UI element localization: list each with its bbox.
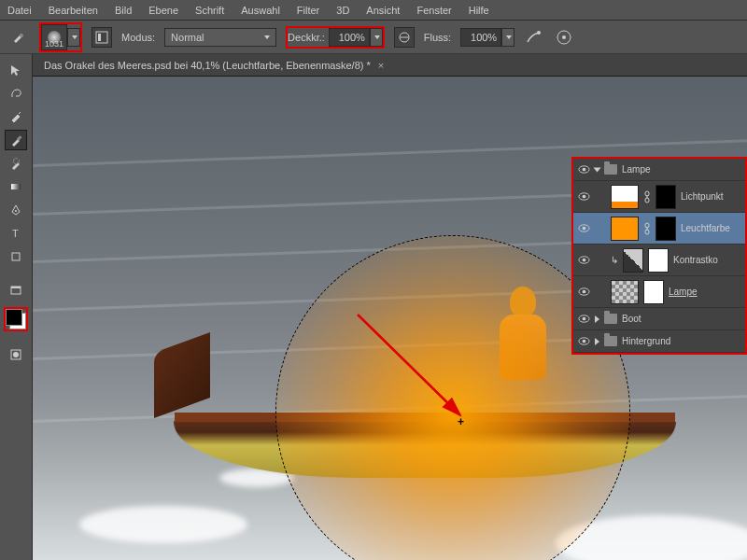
menu-fenster[interactable]: Fenster <box>416 5 451 16</box>
folder-icon <box>604 164 617 175</box>
link-icon <box>643 222 651 235</box>
fisherman <box>500 287 556 380</box>
brush-cursor-crosshair: + <box>458 415 467 425</box>
layer-name: Boot <box>622 314 741 324</box>
close-tab-icon[interactable]: × <box>378 60 384 71</box>
visibility-toggle-icon[interactable] <box>577 286 590 299</box>
visibility-toggle-icon[interactable] <box>577 190 590 203</box>
layer-thumb <box>611 217 639 241</box>
opacity-label: Deckkr.: <box>288 32 325 43</box>
visibility-toggle-icon[interactable] <box>577 313 590 326</box>
svg-point-0 <box>20 34 23 37</box>
layer-group-lampe[interactable]: Lampe <box>573 159 745 181</box>
brush-size-value: 1031 <box>45 39 63 49</box>
menu-bearbeiten[interactable]: Bearbeiten <box>49 5 98 16</box>
expand-icon[interactable] <box>595 338 599 345</box>
menu-bild[interactable]: Bild <box>115 5 132 16</box>
layer-thumb <box>611 185 639 209</box>
flow-dropdown[interactable] <box>501 28 514 47</box>
svg-rect-8 <box>11 184 21 189</box>
visibility-toggle-icon[interactable] <box>577 254 590 267</box>
layer-lampe-smart[interactable]: Lampe <box>573 276 745 308</box>
brush-preview[interactable]: 1031 <box>41 24 67 50</box>
folder-icon <box>604 336 617 346</box>
svg-rect-11 <box>12 253 20 260</box>
menu-auswahl[interactable]: Auswahl <box>241 5 280 16</box>
mode-label: Modus: <box>121 32 155 43</box>
mask-thumb <box>643 280 664 304</box>
svg-point-6 <box>562 35 566 39</box>
menu-datei[interactable]: Datei <box>7 5 32 16</box>
airbrush-icon[interactable] <box>524 27 544 48</box>
brush-tool-icon[interactable] <box>5 130 27 150</box>
layers-panel: Lampe Lichtpunkt Leuchtfarbe <box>571 157 747 355</box>
clip-icon: ↳ <box>611 255 618 265</box>
opacity-input[interactable]: 100% <box>329 28 370 47</box>
gradient-tool-icon[interactable] <box>5 176 27 197</box>
layer-kontrast[interactable]: ↳ Kontrastko <box>573 245 745 276</box>
mask-thumb <box>648 248 669 273</box>
quickmask-icon[interactable] <box>5 344 27 365</box>
lasso-tool-icon[interactable] <box>5 83 27 104</box>
brush-panel-toggle-icon[interactable] <box>92 27 112 48</box>
layer-thumb <box>611 280 639 304</box>
layer-name: Lichtpunkt <box>681 191 741 202</box>
document-tab[interactable]: Das Orakel des Meeres.psd bei 40,1% (Leu… <box>33 54 747 77</box>
brush-size-dropdown[interactable] <box>67 28 80 47</box>
visibility-toggle-icon[interactable] <box>577 335 590 348</box>
svg-point-30 <box>582 259 585 262</box>
link-icon <box>643 190 651 203</box>
menu-ansicht[interactable]: Ansicht <box>366 5 400 16</box>
menu-schrift[interactable]: Schrift <box>195 5 224 16</box>
expand-icon[interactable] <box>594 167 601 172</box>
tool-palette: T <box>0 54 33 560</box>
color-swatches[interactable] <box>4 307 28 331</box>
layer-name: Hintergrund <box>622 336 741 346</box>
pressure-opacity-icon[interactable] <box>394 27 415 48</box>
shape-tool-icon[interactable] <box>5 246 27 267</box>
layer-group-hintergrund[interactable]: Hintergrund <box>573 330 745 353</box>
menu-3d[interactable]: 3D <box>336 5 349 16</box>
visibility-toggle-icon[interactable] <box>577 222 590 235</box>
brush-size-highlight: 1031 <box>39 22 82 52</box>
foreground-color-swatch[interactable] <box>6 309 22 326</box>
menu-ebene[interactable]: Ebene <box>148 5 178 16</box>
mask-thumb <box>655 185 676 209</box>
layer-lichtpunkt[interactable]: Lichtpunkt <box>573 181 745 213</box>
adjustment-thumb <box>623 248 643 273</box>
svg-point-4 <box>537 31 541 35</box>
pressure-size-icon[interactable] <box>554 27 574 48</box>
layer-name: Lampe <box>669 287 741 297</box>
screen-mode-icon[interactable] <box>5 280 27 301</box>
menu-hilfe[interactable]: Hilfe <box>469 5 489 16</box>
blend-mode-value: Normal <box>171 32 204 43</box>
folder-icon <box>604 314 617 324</box>
move-tool-icon[interactable] <box>5 60 27 80</box>
menu-filter[interactable]: Filter <box>297 5 319 16</box>
svg-point-32 <box>582 290 585 294</box>
menu-bar: Datei Bearbeiten Bild Ebene Schrift Ausw… <box>0 0 747 21</box>
visibility-toggle-icon[interactable] <box>577 163 590 176</box>
tool-preset-icon[interactable] <box>7 27 30 48</box>
svg-rect-13 <box>11 287 21 288</box>
history-brush-tool-icon[interactable] <box>5 153 27 174</box>
mask-thumb <box>655 217 676 241</box>
layer-name: Kontrastko <box>673 255 741 265</box>
type-tool-icon[interactable]: T <box>5 223 27 244</box>
blend-mode-select[interactable]: Normal <box>164 28 276 47</box>
svg-point-18 <box>582 168 585 172</box>
eyedropper-tool-icon[interactable] <box>5 106 27 127</box>
canvas-area: Das Orakel des Meeres.psd bei 40,1% (Leu… <box>33 54 747 560</box>
layer-group-boot[interactable]: Boot <box>573 308 745 330</box>
boat <box>173 366 677 497</box>
pen-tool-icon[interactable] <box>5 200 27 220</box>
svg-point-15 <box>13 352 19 357</box>
opacity-dropdown[interactable] <box>370 28 383 47</box>
layer-name: Leuchtfarbe <box>681 223 741 233</box>
svg-point-34 <box>582 317 585 321</box>
flow-input[interactable]: 100% <box>460 28 501 47</box>
layer-leuchtfarbe[interactable]: Leuchtfarbe <box>573 213 745 245</box>
expand-icon[interactable] <box>595 315 599 323</box>
svg-point-20 <box>582 195 585 199</box>
document-title: Das Orakel des Meeres.psd bei 40,1% (Leu… <box>44 60 371 71</box>
